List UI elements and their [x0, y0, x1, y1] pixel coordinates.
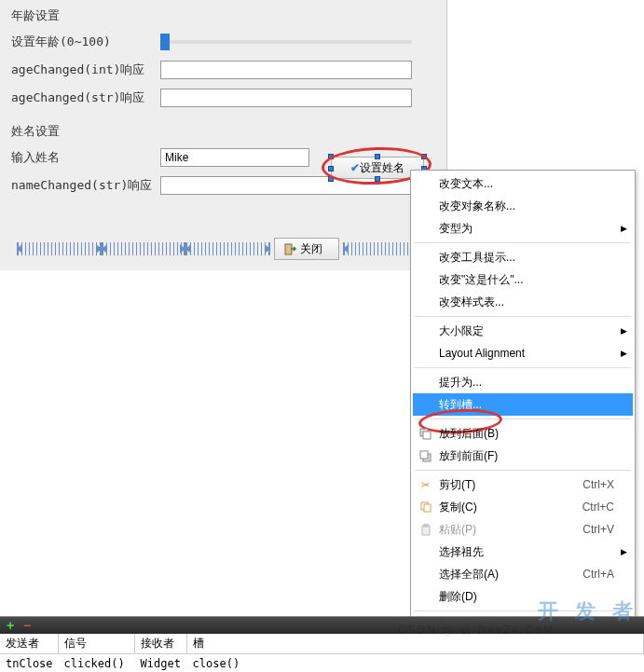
resize-handle[interactable] [328, 154, 334, 159]
slider-thumb[interactable] [160, 34, 170, 50]
bottom-layout-row: 关闭 [17, 238, 427, 260]
menu-size-constraint[interactable]: 大小限定▶ [413, 320, 633, 342]
close-button[interactable]: 关闭 [274, 238, 339, 260]
menu-bring-front[interactable]: 放到前面(F) [413, 445, 633, 467]
watermark: 开 发 者 [538, 597, 638, 625]
scissors-icon: ✂ [418, 478, 432, 492]
col-sender[interactable]: 发送者 [0, 634, 59, 654]
svg-rect-6 [424, 504, 431, 512]
age-int-field[interactable] [160, 61, 412, 79]
horizontal-spacer[interactable] [17, 242, 102, 255]
remove-icon[interactable]: − [21, 619, 34, 632]
designer-canvas[interactable]: 年龄设置 设置年龄(0~100) ageChanged(int)响应 ageCh… [0, 0, 447, 270]
resize-handle[interactable] [375, 154, 380, 159]
age-slider-label: 设置年龄(0~100) [11, 34, 160, 50]
name-input-field[interactable] [160, 148, 309, 167]
resize-handle[interactable] [328, 176, 334, 182]
menu-change-stylesheet[interactable]: 改变样式表... [413, 291, 633, 313]
signals-table: 发送者 信号 接收者 槽 tnClose clicked() Widget cl… [0, 634, 644, 672]
svg-rect-0 [285, 244, 292, 254]
menu-send-back[interactable]: 放到后面(B) [413, 422, 633, 445]
copy-icon [418, 501, 432, 514]
horizontal-spacer[interactable] [185, 242, 270, 255]
cell-signal: clicked() [59, 654, 135, 673]
svg-rect-2 [423, 432, 431, 439]
menu-change-tooltip[interactable]: 改变工具提示... [413, 246, 633, 268]
menu-separator [415, 242, 631, 243]
chevron-right-icon: ▶ [621, 547, 627, 556]
send-back-icon [418, 427, 432, 441]
svg-rect-8 [424, 524, 428, 527]
resize-handle[interactable] [375, 176, 380, 182]
cell-slot: close() [187, 654, 644, 673]
name-input-label: 输入姓名 [11, 149, 160, 166]
name-resp-label: nameChanged(str)响应 [11, 177, 160, 194]
menu-change-object-name[interactable]: 改变对象名称... [413, 195, 633, 217]
menu-change-whatsthis[interactable]: 改变"这是什么"... [413, 268, 633, 291]
chevron-right-icon: ▶ [621, 326, 627, 336]
watermark-small: CSDN @ 会 DevZe.CoM [398, 623, 555, 638]
name-group-title: 姓名设置 [11, 123, 436, 140]
exit-icon [284, 243, 296, 255]
close-button-label: 关闭 [300, 241, 322, 257]
col-receiver[interactable]: 接收者 [135, 634, 187, 654]
menu-cut[interactable]: ✂剪切(T)Ctrl+X [413, 473, 633, 496]
menu-change-text[interactable]: 改变文本... [413, 172, 633, 195]
menu-go-to-slot[interactable]: 转到槽... [413, 393, 633, 416]
menu-paste: 粘贴(P)Ctrl+V [413, 518, 633, 541]
menu-select-all[interactable]: 选择全部(A)Ctrl+A [413, 563, 633, 585]
menu-layout-alignment[interactable]: Layout Alignment▶ [413, 342, 633, 364]
set-name-button-label: 设置姓名 [360, 160, 404, 176]
menu-promote[interactable]: 提升为... [413, 371, 633, 393]
age-int-label: ageChanged(int)响应 [11, 62, 160, 78]
menu-select-ancestor[interactable]: 选择祖先▶ [413, 541, 633, 563]
cell-receiver: Widget [135, 654, 187, 673]
cell-sender: tnClose [0, 654, 59, 673]
age-group-title: 年龄设置 [11, 7, 436, 24]
bring-front-icon [418, 449, 432, 463]
menu-separator [415, 367, 631, 368]
chevron-right-icon: ▶ [621, 224, 627, 233]
table-row[interactable]: tnClose clicked() Widget close() [0, 654, 644, 673]
menu-change-type[interactable]: 变型为▶ [413, 217, 633, 240]
col-signal[interactable]: 信号 [59, 634, 135, 654]
age-str-label: ageChanged(str)响应 [11, 89, 160, 106]
menu-copy[interactable]: 复制(C)Ctrl+C [413, 496, 633, 518]
context-menu: 改变文本... 改变对象名称... 变型为▶ 改变工具提示... 改变"这是什么… [410, 170, 636, 639]
age-slider[interactable] [160, 40, 412, 44]
chevron-right-icon: ▶ [621, 349, 627, 358]
menu-separator [415, 470, 631, 471]
horizontal-spacer[interactable] [102, 242, 186, 255]
check-icon: ✔ [350, 161, 360, 174]
resize-handle[interactable] [328, 166, 334, 171]
add-icon[interactable]: + [4, 619, 17, 632]
menu-separator [415, 418, 631, 419]
resize-handle[interactable] [421, 154, 427, 159]
svg-rect-4 [420, 451, 428, 459]
age-groupbox: 年龄设置 设置年龄(0~100) ageChanged(int)响应 ageCh… [11, 7, 436, 114]
menu-separator [415, 316, 631, 317]
clipboard-icon [418, 523, 432, 537]
age-str-field[interactable] [160, 89, 412, 107]
